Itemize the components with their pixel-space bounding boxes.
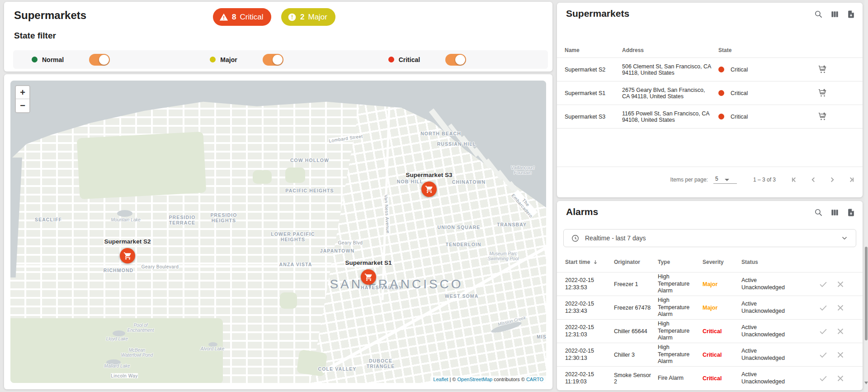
clear-alarm-icon[interactable] [835, 373, 845, 383]
map-park-presidio [77, 132, 207, 199]
critical-count: 8 [232, 13, 236, 22]
carto-link[interactable]: CARTO [526, 377, 543, 382]
export-data-icon[interactable] [847, 208, 855, 217]
filter-group-normal: Normal [13, 54, 191, 66]
attribution-separator: | © [448, 377, 457, 382]
items-per-page-label: Items per page: [670, 177, 708, 183]
filter-label-critical: Critical [399, 56, 420, 63]
shopping-cart-icon [123, 252, 132, 260]
previous-page-icon[interactable] [808, 175, 818, 185]
column-address[interactable]: Address [622, 47, 718, 53]
alarm-time: 12:33:53 [565, 284, 614, 292]
critical-filter-toggle[interactable] [445, 54, 466, 66]
column-originator[interactable]: Originator [614, 259, 658, 265]
alarm-row[interactable]: 2022-02-1512:30:13 Chiller 3 High Temper… [557, 343, 863, 366]
cart-action-icon[interactable] [818, 65, 828, 75]
clear-alarm-icon[interactable] [835, 326, 845, 336]
state-filter-bar: Normal Major Critical [13, 50, 548, 69]
alarm-row[interactable]: 2022-02-1512:31:03 Chiller 65644 High Te… [557, 319, 863, 343]
supermarket-address: 1165 Powell St, San Francisco, CA 94108,… [622, 110, 718, 123]
zoom-out-button[interactable]: − [16, 99, 29, 112]
items-per-page-select[interactable]: 5 [713, 176, 737, 184]
map-park-alta-plaza [253, 170, 272, 184]
column-severity[interactable]: Severity [703, 259, 741, 265]
alarm-time: 12:30:13 [565, 355, 614, 362]
shopping-cart-icon [364, 273, 373, 282]
acknowledge-icon[interactable] [818, 350, 828, 360]
filter-label-major: Major [220, 56, 237, 63]
search-icon[interactable] [814, 10, 823, 19]
column-name[interactable]: Name [565, 47, 622, 53]
search-icon[interactable] [814, 208, 823, 217]
alarm-status-active: Active [741, 277, 809, 284]
cart-action-icon[interactable] [818, 88, 828, 98]
table-divider [557, 128, 863, 129]
first-page-icon[interactable] [789, 175, 799, 185]
clear-alarm-icon[interactable] [835, 279, 845, 289]
last-page-icon[interactable] [846, 175, 856, 185]
major-count: 2 [300, 13, 304, 22]
columns-icon[interactable] [830, 208, 839, 217]
timewindow-selector[interactable]: Realtime - last 7 days [563, 229, 856, 247]
alarm-status-active: Active [741, 348, 809, 355]
alarm-status-ack: Unacknowledged [741, 378, 809, 386]
supermarket-row[interactable]: Supermarket S1 2675 Geary Blvd, San Fran… [557, 81, 863, 105]
alarm-date: 2022-02-15 [565, 324, 614, 331]
alarm-status-active: Active [741, 371, 809, 378]
alarm-originator: Freezer 1 [614, 281, 658, 287]
alarm-row[interactable]: 2022-02-1511:19:03 Smoke Sensor 2 Fire A… [557, 366, 863, 390]
cart-action-icon[interactable] [818, 112, 828, 122]
major-filter-toggle[interactable] [263, 54, 283, 66]
acknowledge-icon[interactable] [818, 326, 828, 336]
alarm-time: 11:19:03 [565, 378, 614, 386]
map-marker-supermarket-s2[interactable] [120, 248, 135, 263]
leaflet-link[interactable]: Leaflet [433, 377, 448, 382]
supermarket-row[interactable]: Supermarket S3 1165 Powell St, San Franc… [557, 105, 863, 128]
openstreetmap-link[interactable]: OpenStreetMap [457, 377, 492, 382]
column-state[interactable]: State [718, 47, 809, 53]
exclamation-circle-icon [288, 13, 297, 22]
alarm-time: 12:33:43 [565, 308, 614, 315]
acknowledge-icon[interactable] [818, 303, 828, 313]
alarm-originator: Smoke Sensor 2 [614, 372, 658, 385]
normal-filter-toggle[interactable] [89, 54, 110, 66]
state-filter-title: State filter [14, 31, 56, 41]
leaflet-map[interactable]: NORTH BEACHRUSSIAN HILLCOW HOLLOWPACIFIC… [10, 81, 546, 383]
map-attribution: Leaflet | © OpenStreetMap contributors ©… [430, 376, 546, 383]
alarm-date: 2022-02-15 [565, 277, 614, 284]
scrollbar-thumb[interactable] [865, 247, 868, 340]
chevron-down-icon [840, 234, 849, 242]
clear-alarm-icon[interactable] [835, 303, 845, 313]
page-scrollbar[interactable] [864, 0, 868, 392]
map-lake-lloyd [113, 330, 125, 336]
sort-descending-icon [592, 259, 599, 265]
alarm-severity: Critical [703, 328, 741, 335]
major-count-badge[interactable]: 2 Major [281, 8, 335, 26]
map-marker-supermarket-s3[interactable] [421, 182, 437, 197]
scrollbar-down-arrow-icon[interactable] [864, 382, 868, 384]
acknowledge-icon[interactable] [818, 279, 828, 289]
paginator-range: 1 – 3 of 3 [753, 177, 776, 183]
export-data-icon[interactable] [847, 10, 855, 19]
map-lake-mallard [106, 359, 121, 365]
supermarket-row[interactable]: Supermarket S2 506 Clement St, San Franc… [557, 57, 863, 81]
alarm-originator: Chiller 3 [614, 352, 658, 358]
alarm-row[interactable]: 2022-02-1512:33:53 Freezer 1 High Temper… [557, 272, 863, 296]
state-dot [718, 90, 724, 96]
acknowledge-icon[interactable] [818, 373, 828, 383]
supermarket-address: 506 Clement St, San Francisco, CA 94118,… [622, 63, 718, 76]
clear-alarm-icon[interactable] [835, 350, 845, 360]
alarm-status-ack: Unacknowledged [741, 331, 809, 339]
column-start-time[interactable]: Start time [565, 259, 614, 265]
map-marker-supermarket-s1[interactable] [361, 269, 376, 285]
column-type[interactable]: Type [658, 259, 703, 265]
zoom-in-button[interactable]: + [16, 86, 29, 99]
critical-count-badge[interactable]: 8 Critical [213, 8, 271, 26]
supermarkets-table-title: Supermarkets [566, 8, 629, 19]
columns-icon[interactable] [830, 10, 839, 19]
state-dot [718, 67, 724, 72]
next-page-icon[interactable] [827, 175, 837, 185]
column-status[interactable]: Status [741, 259, 809, 265]
alarm-row[interactable]: 2022-02-1512:33:43 Freezer 67478 High Te… [557, 296, 863, 319]
select-caret-icon [725, 179, 729, 181]
